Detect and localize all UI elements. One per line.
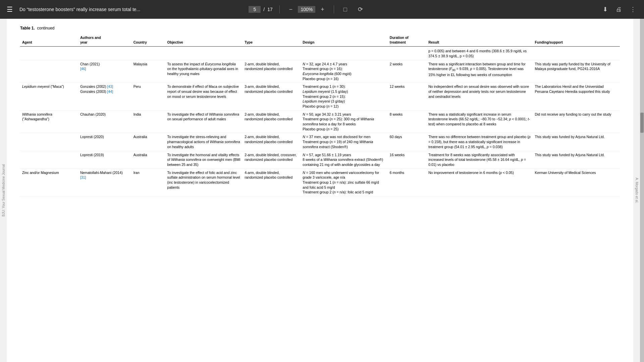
page-navigation: / 17 [249,6,272,13]
table-row: Withania somnifera ("Ashwagandha") Chauh… [20,110,620,133]
cell-type: 2-arm, double blinded, randomized placeb… [243,60,301,83]
toolbar: ☰ Do “testosterone boosters” really incr… [0,0,644,19]
citation-link[interactable]: [44] [107,89,113,94]
cell-duration: 60 days [388,133,426,151]
cell-funding: Kerman University of Medical Sciences [533,169,620,196]
cell-funding: Did not receive any funding to carry out… [533,110,620,133]
col-header-country: Country [131,34,165,47]
zoom-controls: − + [286,5,327,14]
scrollbar-track[interactable] [640,19,644,362]
cell-authors: Lopresti (2020) [78,133,131,151]
history-button[interactable]: ⟳ [355,4,366,14]
col-header-design: Design [301,34,388,47]
cell-type: 2-arm, double blinded, crossover, random… [243,151,301,169]
cell-type: 3-arm, double blinded, randomized placeb… [243,83,301,110]
cell-duration [388,47,426,60]
table-row: p = 0.005) and between 4 and 6 months (3… [20,47,620,60]
cell-design: N = 37 men, age was not disclosed for me… [301,133,388,151]
cell-authors [78,47,131,60]
cell-country: Malaysia [131,60,165,83]
cell-type [243,47,301,60]
cell-agent: Withania somnifera ("Ashwagandha") [20,110,78,133]
cell-duration: 8 weeks [388,110,426,133]
cell-country: Iran [131,169,165,196]
cell-design: N = 57, age 51.66 ± 1.19 years8 weeks of… [301,151,388,169]
cell-authors: Gonzales (2002) [43]Gonzales (2003) [44] [78,83,131,110]
cell-objective: To investigate the effect of folic acid … [165,169,243,196]
scrollbar-thumb[interactable] [640,113,644,133]
cell-result: There was no difference between treatmen… [426,133,533,151]
cell-type: 2-arm, double blinded, randomized placeb… [243,133,301,151]
toolbar-divider-1 [279,5,280,13]
toolbar-right: ⬇ 🖨 ⋮ [600,4,639,14]
cell-design: N = 50, age 34.32 ± 3.21 yearsTreatment … [301,110,388,133]
side-label-right: A. Morgado et al. [633,19,640,362]
cell-objective: To demonstrate if effect of Maca on subj… [165,83,243,110]
data-table: Agent Authors andyear Country Objective … [20,34,620,196]
document-title: Do “testosterone boosters” really increa… [19,7,243,12]
page-number-input[interactable] [249,6,261,13]
cell-funding [533,47,620,60]
citation-link[interactable]: [31] [80,175,86,179]
citation-link[interactable]: [43] [107,84,113,88]
table-row: Lepidium meyenii ("Maca") Gonzales (2002… [20,83,620,110]
cell-agent [20,47,78,60]
cell-authors: Nematollahi-Mahani (2014) [31] [78,169,131,196]
cell-authors: Lopresti (2019) [78,151,131,169]
cell-objective: To investigate the hormonal and vitality… [165,151,243,169]
cell-country [131,47,165,60]
zoom-in-button[interactable]: + [318,5,327,14]
cell-objective: To investigate the effect of Withania so… [165,110,243,133]
document-page[interactable]: Table 1. continued Agent Authors andyear… [7,19,633,362]
cell-funding: This study was funded by Arjuna Natural … [533,133,620,151]
cell-agent [20,133,78,151]
citation-link[interactable]: [46] [80,67,86,71]
download-button[interactable]: ⬇ [600,4,610,14]
fit-page-button[interactable]: □ [341,5,350,14]
cell-design: N = 160 men who underwent varicocelectom… [301,169,388,196]
cell-result: There was a significant interaction betw… [426,60,533,83]
zoom-input[interactable] [298,6,315,13]
cell-design: N = 32, age 24.4 ± 4.7 yearsTreatment gr… [301,60,388,83]
cell-design: Treatment group 1 (n = 30):Lepidium meye… [301,83,388,110]
cell-result: No improvement of testosterone in 6 mont… [426,169,533,196]
cell-country: Peru [131,83,165,110]
cell-duration: 6 months [388,169,426,196]
col-header-agent: Agent [20,34,78,47]
cell-type: 4-arm, double blinded, randomized placeb… [243,169,301,196]
zoom-out-button[interactable]: − [286,5,296,14]
cell-design [301,47,388,60]
cell-result: No independent effect on sexual desire w… [426,83,533,110]
cell-agent: Zinc and/or Magnesium [20,169,78,196]
table-title: Table 1. continued [20,25,620,31]
cell-funding: This study was partly funded by the Univ… [533,60,620,83]
cell-result: Treatment for 8 weeks was significantly … [426,151,533,169]
table-header-row: Agent Authors andyear Country Objective … [20,34,620,47]
cell-agent: Lepidium meyenii ("Maca") [20,83,78,110]
cell-authors: Chauhan (2020) [78,110,131,133]
cell-funding: The Laboratorios Hersil and the Universi… [533,83,620,110]
col-header-result: Result [426,34,533,47]
table-row: Zinc and/or Magnesium Nematollahi-Mahani… [20,169,620,196]
col-header-type: Type [243,34,301,47]
print-button[interactable]: 🖨 [613,5,625,14]
cell-duration: 12 weeks [388,83,426,110]
col-header-duration: Duration of treatment [388,34,426,47]
cell-country: Australia [131,151,165,169]
table-row: Lopresti (2019) Australia To investigate… [20,151,620,169]
cell-country: India [131,110,165,133]
cell-agent [20,151,78,169]
cell-result: p = 0.005) and between 4 and 6 months (3… [426,47,533,60]
cell-duration: 16 weeks [388,151,426,169]
cell-authors: Chan (2021)[46] [78,60,131,83]
col-header-authors: Authors andyear [78,34,131,47]
cell-funding: This study was funded by Arjuna Natural … [533,151,620,169]
table-row: Chan (2021)[46] Malaysia To assess the i… [20,60,620,83]
col-header-objective: Objective [165,34,243,47]
cell-result: There was a statistically significant in… [426,110,533,133]
menu-icon[interactable]: ☰ [5,4,14,15]
more-options-button[interactable]: ⋮ [627,4,639,14]
cell-type: 2-arm, double blinded, randomized placeb… [243,110,301,133]
toolbar-divider-2 [334,5,334,13]
cell-duration: 2 weeks [388,60,426,83]
